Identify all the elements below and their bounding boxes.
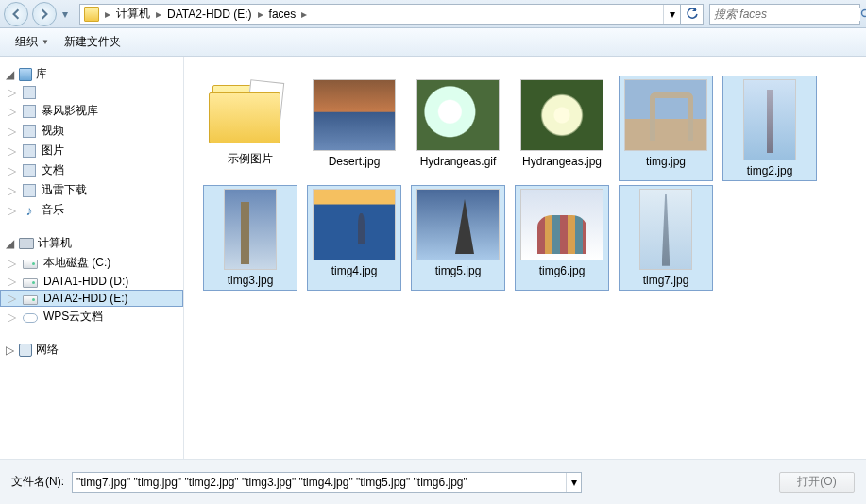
libraries-icon xyxy=(19,68,32,81)
chevron-down-icon[interactable]: ▾ xyxy=(566,473,581,492)
file-pane[interactable]: 示例图片Desert.jpgHydrangeas.gifHydrangeas.j… xyxy=(184,57,866,459)
tree-item[interactable]: ▷迅雷下载 xyxy=(0,180,183,200)
expand-icon[interactable]: ▷ xyxy=(8,125,17,138)
thumbnail xyxy=(416,189,500,260)
tree-item[interactable]: ▷文档 xyxy=(0,160,183,180)
tree-item-label: DATA2-HDD (E:) xyxy=(43,292,128,305)
folder-icon xyxy=(84,7,99,22)
expand-icon[interactable]: ▷ xyxy=(8,257,17,270)
file-item[interactable]: timg.jpg xyxy=(619,76,713,181)
open-button[interactable]: 打开(O) xyxy=(779,472,855,493)
filename-combobox[interactable]: ▾ xyxy=(72,472,582,493)
organize-button[interactable]: 组织 ▼ xyxy=(8,31,57,53)
thumbnail xyxy=(639,189,692,270)
tree-item[interactable]: ▷暴风影视库 xyxy=(0,101,183,121)
file-item[interactable]: Hydrangeas.jpg xyxy=(515,76,609,181)
tree-item[interactable]: ▷本地磁盘 (C:) xyxy=(0,253,183,273)
expand-icon[interactable]: ▷ xyxy=(8,204,17,217)
filename-input[interactable] xyxy=(73,476,566,489)
tree-item-label: 暴风影视库 xyxy=(42,103,98,119)
toolbar: 组织 ▼ 新建文件夹 xyxy=(0,28,866,57)
chevron-right-icon[interactable]: ▸ xyxy=(154,8,163,21)
tree-item-label: WPS云文档 xyxy=(43,309,103,325)
breadcrumb-segment[interactable]: faces xyxy=(265,5,300,24)
file-item[interactable]: timg6.jpg xyxy=(515,185,609,291)
file-label: timg4.jpg xyxy=(311,264,398,277)
expand-icon[interactable]: ▷ xyxy=(8,144,17,158)
expand-icon[interactable]: ▷ xyxy=(8,86,17,99)
tree-item-label: 音乐 xyxy=(42,202,64,218)
breadcrumb-segment[interactable]: 计算机 xyxy=(112,5,154,24)
tree-item[interactable]: ▷DATA2-HDD (E:) xyxy=(0,290,183,307)
breadcrumb-segment[interactable]: DATA2-HDD (E:) xyxy=(163,5,256,24)
expand-icon[interactable]: ▷ xyxy=(8,164,17,177)
file-label: timg6.jpg xyxy=(518,264,605,277)
chevron-right-icon[interactable]: ▸ xyxy=(299,8,309,21)
sidebar: ◢ 库 ▷ ▷暴风影视库▷视频▷图片▷文档▷迅雷下载▷♪音乐 ◢ 计算机 ▷本地… xyxy=(0,57,184,459)
file-item[interactable]: timg7.jpg xyxy=(619,185,713,291)
tree-item-label: 视频 xyxy=(42,123,64,139)
tree-item[interactable]: ▷WPS云文档 xyxy=(0,307,183,327)
download-icon xyxy=(23,184,36,197)
search-box[interactable] xyxy=(709,4,860,25)
drive-icon xyxy=(23,278,38,288)
tree-item[interactable]: ▷视频 xyxy=(0,121,183,141)
chevron-right-icon[interactable]: ▸ xyxy=(256,8,265,21)
filename-label: 文件名(N): xyxy=(11,474,64,490)
tree-item-label: 图片 xyxy=(42,143,64,159)
thumbnail xyxy=(624,79,707,151)
nav-history-dropdown[interactable]: ▾ xyxy=(59,4,72,25)
file-label: 示例图片 xyxy=(207,151,294,167)
media-icon xyxy=(23,105,36,118)
file-item[interactable]: Hydrangeas.gif xyxy=(411,76,505,181)
expand-icon[interactable]: ▷ xyxy=(8,184,17,197)
expand-icon[interactable]: ▷ xyxy=(8,275,17,288)
expand-icon[interactable]: ▷ xyxy=(8,105,17,118)
tree-header-computer[interactable]: ◢ 计算机 xyxy=(0,233,183,253)
file-item[interactable]: timg4.jpg xyxy=(307,185,401,291)
new-folder-button[interactable]: 新建文件夹 xyxy=(57,31,128,53)
file-item[interactable]: timg3.jpg xyxy=(203,185,297,291)
filename-bar: 文件名(N): ▾ 打开(O) xyxy=(0,459,866,504)
search-input[interactable] xyxy=(710,8,860,21)
file-item[interactable]: timg2.jpg xyxy=(722,76,817,181)
tree-header-network[interactable]: ▷ 网络 xyxy=(0,340,183,360)
folder-item[interactable]: 示例图片 xyxy=(203,76,297,181)
file-item[interactable]: Desert.jpg xyxy=(307,76,401,181)
pictures-icon xyxy=(23,144,36,158)
tree-header-libraries[interactable]: ◢ 库 xyxy=(0,64,183,84)
thumbnail xyxy=(313,79,396,151)
collapse-icon: ◢ xyxy=(6,68,15,81)
drive-icon xyxy=(23,260,38,269)
cloud-icon xyxy=(23,313,38,323)
file-item[interactable]: timg5.jpg xyxy=(411,185,505,291)
address-bar[interactable]: ▸ 计算机▸DATA2-HDD (E:)▸faces▸ ▾ xyxy=(79,4,681,25)
tree-item-label: 本地磁盘 (C:) xyxy=(43,255,110,271)
thumbnail xyxy=(520,79,603,151)
expand-icon[interactable]: ▷ xyxy=(8,311,17,324)
refresh-button[interactable] xyxy=(681,4,704,25)
expand-icon[interactable]: ▷ xyxy=(8,292,17,305)
network-icon xyxy=(19,344,32,357)
nav-forward-button[interactable] xyxy=(32,2,57,26)
address-dropdown[interactable]: ▾ xyxy=(663,5,680,24)
folder-icon xyxy=(207,79,290,151)
drive-icon xyxy=(23,295,38,305)
chevron-right-icon[interactable]: ▸ xyxy=(103,8,112,21)
tree-item[interactable]: ▷ xyxy=(0,84,183,101)
tree-item[interactable]: ▷DATA1-HDD (D:) xyxy=(0,273,183,290)
nav-back-button[interactable] xyxy=(4,2,28,26)
file-label: Hydrangeas.gif xyxy=(415,155,501,168)
file-label: timg.jpg xyxy=(622,155,709,168)
file-label: Hydrangeas.jpg xyxy=(518,155,605,168)
thumbnail xyxy=(416,79,500,151)
collapse-icon: ◢ xyxy=(6,237,15,250)
computer-icon xyxy=(19,238,34,249)
libraries-label: 库 xyxy=(36,66,47,82)
tree-item[interactable]: ▷♪音乐 xyxy=(0,200,183,220)
tree-item[interactable]: ▷图片 xyxy=(0,141,183,160)
network-label: 网络 xyxy=(36,342,59,358)
expand-icon[interactable]: ▷ xyxy=(6,344,15,357)
file-label: Desert.jpg xyxy=(311,155,398,168)
file-label: timg3.jpg xyxy=(207,274,294,287)
